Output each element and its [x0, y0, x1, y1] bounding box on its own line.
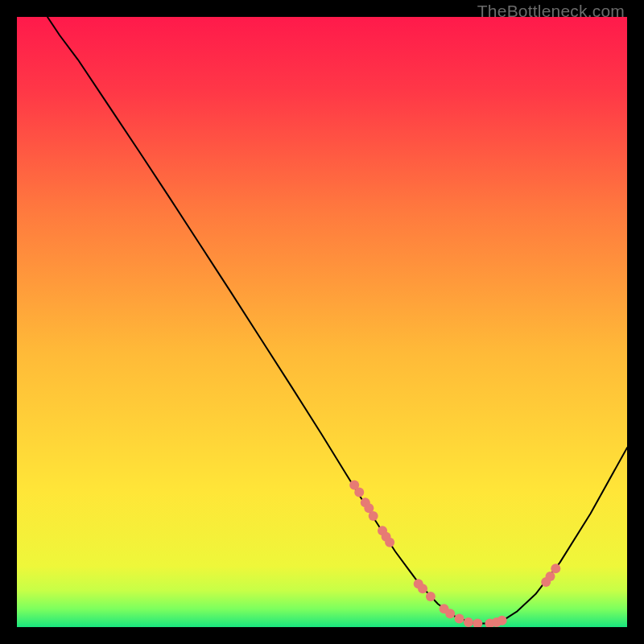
chart-frame: [17, 17, 627, 627]
chart-svg: [17, 17, 627, 627]
marker-dot: [455, 613, 464, 623]
marker-dot: [369, 511, 378, 521]
marker-dot: [418, 584, 427, 593]
marker-dot: [551, 564, 560, 573]
marker-dot: [385, 538, 394, 547]
marker-dot: [497, 616, 507, 625]
marker-dot: [445, 609, 455, 618]
marker-dot: [426, 592, 436, 601]
marker-dot: [354, 487, 364, 497]
marker-dot: [545, 572, 555, 581]
marker-dot: [464, 617, 473, 627]
watermark-text: TheBottleneck.com: [477, 2, 625, 21]
chart-background: [17, 17, 627, 627]
